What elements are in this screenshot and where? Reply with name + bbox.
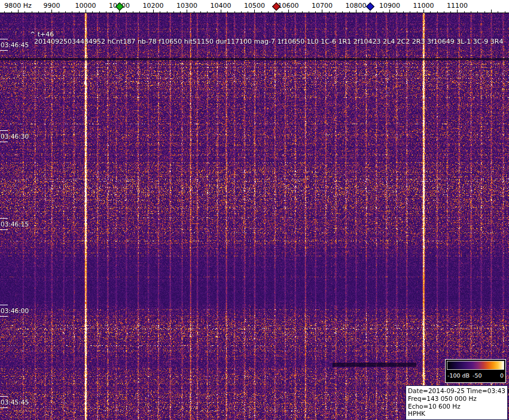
freq-tick-mark [464,11,465,13]
freq-tick-mark [194,11,194,13]
time-tick-mark [0,407,8,408]
freq-tick-mark [498,11,498,13]
freq-tick-mark [4,11,5,13]
time-tick-mark [0,316,8,317]
legend-mid-label: -50 [473,372,482,379]
freq-tick-mark [187,10,187,13]
freq-tick-mark [221,10,221,13]
time-tick-label: 03:46:45 [0,39,42,51]
freq-tick-label: 10200 [142,2,163,10]
freq-tick-mark [275,11,275,13]
freq-tick-mark [11,11,12,13]
freq-tick-mark [484,11,485,13]
time-tick-mark [0,130,8,131]
freq-tick-label: 10800 [345,2,366,10]
freq-tick-label: 9800 Hz [4,2,32,10]
frequency-axis: 9800 Hz990010000101001020010300104001050… [0,0,509,13]
freq-tick-mark [383,11,383,13]
freq-tick-label: 10900 [379,2,400,10]
freq-tick-mark [112,11,113,13]
time-tick-mark [0,50,8,51]
freq-tick-mark [65,11,66,13]
legend-min-label: -100 dB [447,372,470,379]
freq-tick-mark [99,11,100,13]
freq-tick-label: 10400 [210,2,231,10]
freq-tick-mark [86,10,86,13]
freq-tick-mark [214,11,215,13]
freq-tick-mark [315,11,316,13]
freq-tick-mark [309,11,309,13]
freq-tick-mark [147,11,147,13]
freq-tick-mark [389,10,390,13]
freq-tick-mark [450,11,451,13]
freq-tick-label: 11100 [447,2,468,10]
freq-tick-mark [227,11,228,13]
spectrogram-app-window: 9800 Hz990010000101001020010300104001050… [0,0,509,420]
spectrogram-waterfall-canvas[interactable] [0,13,509,420]
time-tick-label: 03:45:45 [0,396,42,408]
freq-tick-mark [254,10,255,13]
time-tick-mark [0,305,8,305]
freq-tick-mark [282,11,282,13]
time-tick-label: 03:46:00 [0,305,42,317]
freq-tick-label: 9900 [43,2,60,10]
freq-tick-mark [370,11,370,13]
freq-tick-label: 10300 [176,2,197,10]
time-tick-mark [0,396,8,397]
freq-tick-mark [505,11,505,13]
color-scale-legend: -100 dB -50 0 [445,359,506,383]
freq-tick-mark [248,11,248,13]
marker-diamond-blue-icon[interactable] [365,2,374,11]
time-tick-label: 03:46:15 [0,218,42,230]
freq-tick-mark [356,10,356,13]
freq-tick-label: 10700 [312,2,333,10]
freq-tick-mark [18,10,19,13]
time-label-text: 03:46:15 [1,220,29,228]
time-tick-label: 03:46:30 [0,130,42,142]
freq-tick-mark [45,11,45,13]
info-line: Echo=10 600 Hz [408,403,505,410]
freq-tick-mark [302,11,303,13]
time-tick-mark [0,218,8,219]
freq-tick-mark [180,11,181,13]
freq-tick-mark [423,10,424,13]
freq-tick-mark [133,11,133,13]
freq-tick-mark [200,11,201,13]
freq-tick-mark [25,11,25,13]
freq-tick-mark [288,10,289,13]
freq-tick-mark [92,11,93,13]
freq-tick-mark [491,10,492,13]
freq-tick-mark [106,11,106,13]
freq-tick-mark [32,11,32,13]
freq-tick-mark [403,11,404,13]
time-label-text: 03:46:30 [1,133,29,140]
freq-tick-mark [38,11,39,13]
freq-tick-mark [234,11,235,13]
freq-tick-mark [349,11,350,13]
freq-tick-mark [207,11,208,13]
status-info-box: Date=2014-09-25 Time=03:43 UTCFreq=143 0… [406,385,508,420]
time-tick-mark [0,142,8,142]
freq-tick-mark [417,11,417,13]
freq-tick-mark [167,11,167,13]
freq-tick-mark [153,10,154,13]
info-line: HPHK [408,410,505,418]
freq-tick-mark [173,11,174,13]
freq-tick-mark [322,10,322,13]
detection-log-line: 20140925034434952 hCnt187 nb-78 f10650 h… [34,38,503,45]
time-label-text: 03:46:00 [1,307,29,314]
time-tick-mark [0,229,8,230]
legend-max-label: 0 [500,372,504,379]
freq-tick-mark [336,11,336,13]
freq-tick-mark [51,10,52,13]
freq-tick-mark [430,11,431,13]
freq-tick-mark [126,11,127,13]
freq-tick-mark [295,11,295,13]
freq-tick-label: 10000 [75,2,96,10]
freq-tick-mark [477,11,478,13]
freq-tick-mark [261,11,262,13]
freq-tick-mark [437,11,438,13]
freq-tick-mark [410,11,410,13]
info-line: Freq=143 050 000 Hz [408,395,505,403]
color-scale-gradient [447,361,504,370]
